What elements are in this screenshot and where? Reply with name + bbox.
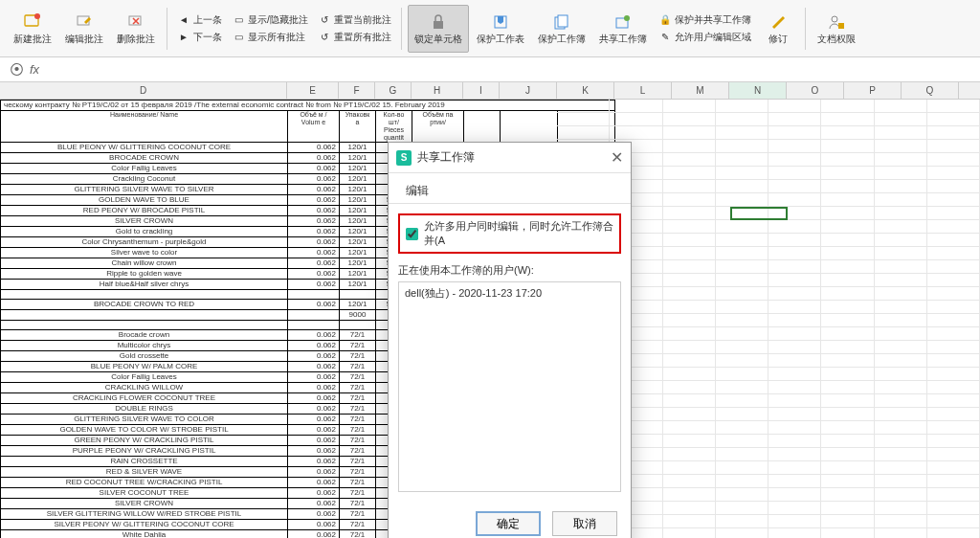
svg-point-10	[832, 16, 837, 22]
col-M[interactable]: M	[672, 82, 729, 99]
share-workbook-dialog: S 共享工作簿 ✕ 编辑 允许多用户同时编辑，同时允许工作簿合并(A 正在使用本…	[388, 142, 632, 538]
col-Q[interactable]: Q	[902, 82, 959, 99]
allow-multiuser-checkbox-row[interactable]: 允许多用户同时编辑，同时允许工作簿合并(A	[398, 213, 621, 254]
reset-all-icon: ↺	[318, 31, 331, 44]
fx-label[interactable]: fx	[30, 62, 39, 77]
col-E[interactable]: E	[287, 82, 339, 99]
col-J[interactable]: J	[500, 82, 557, 99]
show-hide-comment-button[interactable]: ▭显示/隐藏批注	[228, 12, 312, 28]
prev-comment-button[interactable]: ◄上一条	[173, 12, 226, 28]
share-icon	[613, 12, 633, 32]
shield-book-icon	[552, 12, 571, 32]
col-F[interactable]: F	[339, 82, 375, 99]
allow-multiuser-checkbox[interactable]	[406, 228, 418, 240]
column-headers: D E F G H I J K L M N O P Q	[0, 82, 980, 100]
arrow-left-icon: ◄	[177, 13, 190, 27]
col-O[interactable]: O	[787, 82, 844, 99]
lock-cell-button[interactable]: 锁定单元格	[408, 5, 469, 53]
comments-icon: ▭	[232, 31, 245, 44]
ok-button[interactable]: 确定	[476, 511, 541, 536]
dialog-titlebar[interactable]: S 共享工作簿 ✕	[389, 143, 631, 173]
svg-rect-11	[838, 23, 844, 29]
reset-all-button[interactable]: ↺重置所有批注	[314, 30, 395, 45]
comment-icon: ▭	[232, 13, 245, 27]
lock-share-icon: 🔒	[658, 13, 672, 27]
ribbon: 新建批注 编辑批注 删除批注 ◄上一条 ►下一条 ▭显示/隐藏批注 ▭显示所有批…	[0, 0, 980, 57]
protect-book-button[interactable]: 保护工作簿	[532, 5, 591, 53]
close-icon[interactable]: ✕	[611, 148, 623, 167]
new-comment-button[interactable]: 新建批注	[8, 5, 57, 53]
next-comment-button[interactable]: ►下一条	[173, 30, 226, 45]
arrow-right-icon: ►	[177, 31, 190, 44]
cancel-button[interactable]: 取消	[552, 511, 617, 536]
user-entry[interactable]: dell(独占) - 2020-11-23 17:20	[405, 286, 614, 301]
svg-point-9	[624, 15, 630, 21]
comment-new-icon	[23, 12, 42, 32]
app-icon: S	[396, 150, 412, 166]
protect-sheet-button[interactable]: 保护工作表	[471, 5, 530, 53]
col-G[interactable]: G	[375, 82, 412, 99]
allow-multiuser-label: 允许多用户同时编辑，同时允许工作簿合并(A	[424, 219, 613, 248]
svg-rect-4	[434, 21, 443, 29]
doc-permission-button[interactable]: 文档权限	[812, 5, 861, 53]
col-K[interactable]: K	[557, 82, 614, 99]
name-box-icon[interactable]: ⦿	[10, 61, 24, 78]
col-I[interactable]: I	[463, 82, 500, 99]
permission-icon	[827, 12, 846, 32]
protect-share-button[interactable]: 🔒保护并共享工作簿	[655, 12, 755, 28]
formula-bar: ⦿ fx	[0, 57, 980, 82]
lock-icon	[429, 12, 448, 32]
col-H[interactable]: H	[412, 82, 463, 99]
share-workbook-button[interactable]: 共享工作簿	[593, 5, 653, 53]
revise-button[interactable]: 修订	[757, 5, 799, 53]
shield-sheet-icon	[491, 12, 510, 32]
users-label: 正在使用本工作簿的用户(W):	[398, 263, 621, 278]
users-listbox[interactable]: dell(独占) - 2020-11-23 17:20	[398, 281, 621, 492]
show-all-comments-button[interactable]: ▭显示所有批注	[228, 30, 312, 45]
col-D[interactable]: D	[0, 82, 287, 99]
svg-rect-7	[558, 15, 568, 27]
comment-edit-icon	[75, 12, 94, 32]
revise-icon	[768, 12, 788, 32]
dialog-tabs: 编辑	[389, 173, 631, 204]
col-P[interactable]: P	[844, 82, 902, 99]
reset-icon: ↺	[318, 13, 331, 27]
allow-edit-ranges-button[interactable]: ✎允许用户编辑区域	[655, 30, 755, 45]
col-L[interactable]: L	[614, 82, 672, 99]
comment-delete-icon	[126, 12, 145, 32]
svg-point-1	[34, 13, 40, 19]
edit-comment-button[interactable]: 编辑批注	[59, 5, 109, 53]
delete-comment-button[interactable]: 删除批注	[111, 5, 161, 53]
edit-range-icon: ✎	[658, 31, 672, 44]
tab-edit[interactable]: 编辑	[398, 179, 436, 203]
reset-current-button[interactable]: ↺重置当前批注	[314, 12, 395, 28]
col-N[interactable]: N	[729, 82, 787, 99]
dialog-title: 共享工作簿	[417, 149, 475, 166]
